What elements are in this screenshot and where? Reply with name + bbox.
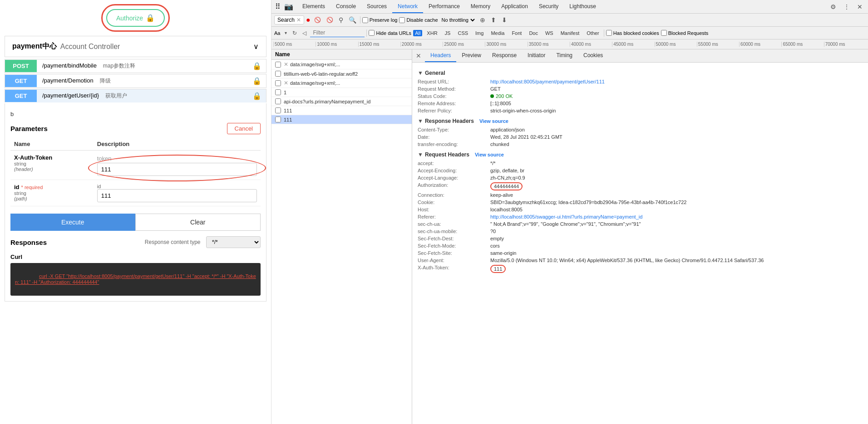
api-section-header[interactable]: payment中心 Account Controller ∨ [5,36,266,57]
tab-elements[interactable]: Elements [297,0,330,13]
close-devtools-icon[interactable]: ✕ [855,2,864,11]
hide-data-urls-checkbox[interactable] [369,30,375,36]
filter-input[interactable] [310,29,365,37]
tab-application[interactable]: Application [496,0,533,13]
clear-button[interactable]: Clear [135,214,261,231]
details-tab-initiator[interactable]: Initiator [522,49,551,62]
request-headers-toggle[interactable]: ▼ [418,151,423,158]
content-type-select[interactable]: */* [206,236,261,248]
details-tab-response[interactable]: Response [487,49,522,62]
tab-memory[interactable]: Memory [465,0,496,13]
all-filter-btn[interactable]: All [413,30,422,36]
tab-network[interactable]: Network [392,0,423,13]
details-close-icon[interactable]: ✕ [412,50,425,61]
tab-security[interactable]: Security [533,0,564,13]
export-icon[interactable]: ⬇ [500,15,509,24]
network-close-3[interactable]: ✕ [284,80,288,86]
import-icon[interactable]: ⬆ [489,15,498,24]
details-tab-headers[interactable]: Headers [425,49,456,62]
fetch-dest-val: empty [490,236,504,241]
xauth-token-input[interactable] [97,163,257,176]
token-placeholder: token [97,154,257,163]
disable-cache-label[interactable]: Disable cache [399,17,438,23]
filter-icon[interactable]: ⚲ [337,15,345,24]
network-item-checkbox-2[interactable] [275,71,281,77]
refresh-icon[interactable]: ↻ [291,29,299,37]
referer-val: http://localhost:8005/swagger-ui.html?ur… [490,214,642,219]
filter-media[interactable]: Media [488,30,507,36]
network-close-1[interactable]: ✕ [284,61,288,68]
tab-sources[interactable]: Sources [361,0,392,13]
id-input[interactable] [97,189,257,202]
clear-network-icon[interactable]: 🚫 [325,16,335,24]
filter-img[interactable]: Img [473,30,486,36]
devtools-drag-icon[interactable]: ⠿ [275,2,281,11]
throttle-icon[interactable]: ⊕ [478,15,487,24]
network-item-checkbox-3[interactable] [275,80,281,86]
filter-js[interactable]: JS [442,30,454,36]
preserve-log-label[interactable]: Preserve log [362,17,398,23]
network-item-svg1[interactable]: ✕ data:image/svg+xml;... [271,60,412,69]
chevron-down-icon: ∨ [253,42,259,51]
tab-performance[interactable]: Performance [423,0,465,13]
endpoint-row-post[interactable]: POST /payment/bindMobile map参数注释 🔒 [5,59,266,73]
filter-ws[interactable]: WS [542,30,556,36]
throttle-select[interactable]: No throttling [440,17,476,23]
view-source-response[interactable]: View source [479,118,508,124]
network-item-api-docs[interactable]: api-docs?urls.primaryNamepayment_id [271,97,412,106]
filter-css[interactable]: CSS [455,30,471,36]
execute-button[interactable]: Execute [10,214,135,231]
hide-data-urls-label[interactable]: Hide data URLs [369,30,411,36]
response-headers-toggle[interactable]: ▼ [418,118,423,124]
blocked-req-checkbox[interactable] [661,30,667,36]
network-item-checkbox-5[interactable] [275,98,281,104]
text-size-icon[interactable]: ▾ [283,29,289,36]
general-toggle[interactable]: ▼ [418,70,423,76]
network-item-checkbox-4[interactable] [275,89,281,95]
network-item-1[interactable]: 1 [271,88,412,97]
endpoint-row-get-demotion[interactable]: GET /payment/Demotion 降级 🔒 [5,74,266,88]
search-network-icon[interactable]: 🔍 [347,15,358,24]
expanded-section: b Parameters Cancel Name Description X-A… [5,103,266,302]
responses-section: Responses Response content type */* [10,236,261,248]
network-item-111-1[interactable]: 111 [271,106,412,115]
details-tab-cookies[interactable]: Cookies [578,49,608,62]
filter-other[interactable]: Other [584,30,602,36]
disable-cache-checkbox[interactable] [399,17,405,23]
network-item-111-2[interactable]: 111 [271,115,412,124]
settings-icon[interactable]: ⚙ [829,2,838,11]
stop-recording-icon[interactable]: 🚫 [312,16,323,24]
back-icon[interactable]: ◁ [301,29,308,37]
blocked-req-label[interactable]: Blocked Requests [661,30,709,36]
network-item-svg2[interactable]: ✕ data:image/svg+xml;... [271,78,412,88]
devtools-screenshot-icon[interactable]: 📷 [284,2,293,11]
authorize-button[interactable]: Authorize 🔒 [106,9,165,27]
endpoint-row-get-user[interactable]: GET /payment/getUser/{id} 获取用户 🔒 [5,89,266,102]
network-item-checkbox-6[interactable] [275,107,281,113]
details-tabs: ✕ Headers Preview Response Initiator Tim… [412,49,868,63]
tab-lighthouse[interactable]: Lighthouse [564,0,602,13]
has-blocked-checkbox[interactable] [606,30,612,36]
view-source-request[interactable]: View source [475,152,504,157]
param-xauth-location: (header) [14,166,90,172]
filter-manifest[interactable]: Manifest [558,30,582,36]
tab-console[interactable]: Console [330,0,361,13]
tl-35000: 35000 ms [528,42,570,47]
method-badge-get2: GET [5,90,37,102]
network-item-checkbox-7[interactable] [275,117,281,122]
has-blocked-label[interactable]: Has blocked cookies [606,30,659,36]
filter-font[interactable]: Font [509,30,524,36]
details-tab-preview[interactable]: Preview [456,49,487,62]
network-item-checkbox-1[interactable] [275,62,281,68]
record-button[interactable]: ● [306,16,311,24]
network-item-woff[interactable]: titillium-web-v6-latin-regular.woff2 [271,69,412,78]
search-close-icon[interactable]: ✕ [296,17,301,23]
action-buttons: Execute Clear [10,214,261,231]
details-tab-timing[interactable]: Timing [551,49,578,62]
filter-doc[interactable]: Doc [526,30,541,36]
filter-xhr[interactable]: XHR [424,30,440,36]
cancel-button[interactable]: Cancel [227,123,261,134]
responses-title: Responses [10,239,47,246]
more-icon[interactable]: ⋮ [842,2,852,11]
preserve-log-checkbox[interactable] [362,17,368,23]
